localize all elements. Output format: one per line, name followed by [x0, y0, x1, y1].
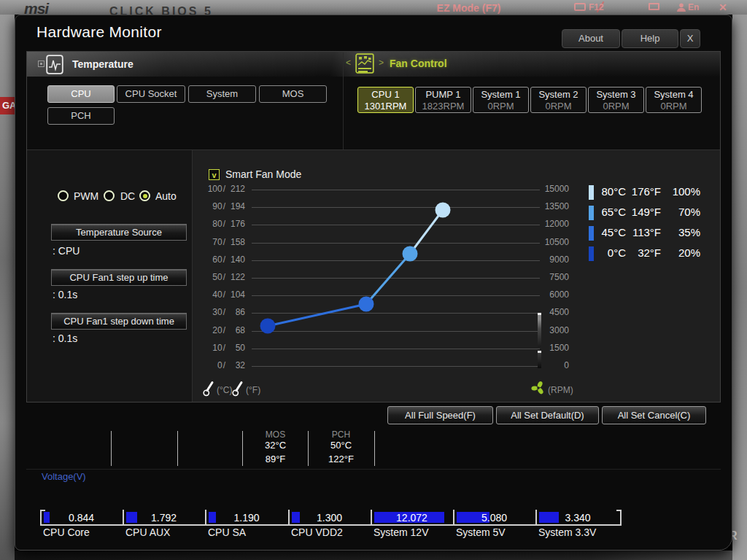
- bios-screen: msi CLICK BIOS 5 EZ Mode (F7) F12 En ✕ G…: [0, 0, 747, 560]
- temp-button-mos[interactable]: MOS: [259, 85, 327, 103]
- ez-mode-button[interactable]: EZ Mode (F7): [409, 2, 529, 14]
- rpm-axis-tick: 4500: [544, 307, 569, 317]
- fan-button-system1[interactable]: System 1 0RPM: [473, 87, 529, 113]
- chart-gridline: [252, 207, 540, 208]
- bios-close-icon[interactable]: ✕: [719, 1, 727, 13]
- setpoint-percent: 20%: [662, 246, 700, 259]
- language-label[interactable]: En: [688, 2, 699, 12]
- chart-gridline: [252, 260, 540, 261]
- voltage-label: CPU VDD2: [291, 526, 343, 538]
- fan-rpm-icon: [531, 381, 546, 395]
- screenshot-icon[interactable]: [574, 3, 586, 11]
- temp-axis-tick: 40/104: [196, 289, 245, 300]
- temp-axis-tick: 80/176: [196, 219, 245, 229]
- status-divider: [111, 431, 112, 466]
- step-up-time-button[interactable]: CPU Fan1 step up time: [51, 269, 187, 286]
- voltage-gauge-bracket-stub: [40, 510, 45, 511]
- step-down-time-button[interactable]: CPU Fan1 step down time: [51, 313, 187, 330]
- chart-gridline: [252, 225, 540, 225]
- fan-tab-prev-arrow[interactable]: <: [346, 58, 351, 68]
- fan-button-system4[interactable]: System 4 0RPM: [646, 87, 702, 113]
- fan-name: System 4: [646, 89, 701, 101]
- status-mos: MOS 32°C 89°F: [242, 429, 309, 464]
- chart-scrollbar-handle-upper[interactable]: [538, 313, 541, 347]
- status-divider: [374, 431, 375, 466]
- voltage-gauge-tick: [288, 510, 290, 524]
- temp-button-system[interactable]: System: [188, 85, 256, 103]
- status-mos-name: MOS: [242, 429, 309, 440]
- smart-fan-label: Smart Fan Mode: [225, 168, 301, 180]
- voltage-gauge-bracket-stub: [616, 510, 622, 511]
- radio-auto-label: Auto: [155, 190, 177, 202]
- monitor-icon[interactable]: [649, 3, 659, 10]
- temp-button-cpu-socket[interactable]: CPU Socket: [117, 85, 185, 103]
- setpoint-celsius: 80°C: [584, 185, 626, 198]
- radio-dc[interactable]: [104, 190, 115, 201]
- rpm-axis-tick: 10500: [544, 237, 569, 247]
- tab-fan-control[interactable]: Fan Control: [390, 58, 447, 69]
- temp-axis-tick: 20/68: [196, 325, 245, 335]
- fan-curve-point[interactable]: [436, 203, 451, 218]
- help-button[interactable]: Help: [622, 29, 678, 48]
- voltage-value: 0.844: [44, 512, 118, 524]
- fan-control-icon: [355, 53, 374, 74]
- temp-axis-tick: 50/122: [196, 272, 245, 282]
- temperature-source-button[interactable]: Temperature Source: [51, 224, 187, 241]
- rpm-axis-tick: 1500: [544, 343, 569, 353]
- temperature-chart-icon: [46, 55, 63, 74]
- temp-axis-tick: 0/32: [196, 360, 245, 370]
- fan-rpm: 0RPM: [531, 101, 586, 112]
- all-set-default-button[interactable]: All Set Default(D): [496, 406, 599, 424]
- radio-auto[interactable]: [139, 190, 150, 201]
- rpm-axis-tick: 7500: [544, 272, 569, 282]
- fan-button-pump1[interactable]: PUMP 1 1823RPM: [415, 87, 471, 113]
- fan-button-system2[interactable]: System 2 0RPM: [530, 87, 587, 113]
- setpoint-celsius: 45°C: [584, 226, 626, 238]
- rpm-unit-label: (RPM): [548, 385, 573, 395]
- fan-rpm: 1301RPM: [358, 101, 413, 112]
- radio-pwm[interactable]: [58, 190, 69, 201]
- temperature-source-value: : CPU: [53, 245, 80, 257]
- fan-button-system3[interactable]: System 3 0RPM: [588, 87, 644, 113]
- all-full-speed-button[interactable]: All Full Speed(F): [387, 406, 493, 424]
- tab-temperature[interactable]: Temperature: [72, 58, 133, 70]
- fan-tab-next-arrow[interactable]: >: [379, 58, 384, 68]
- fan-curve-point[interactable]: [403, 246, 418, 262]
- rpm-axis-tick: 6000: [544, 289, 569, 300]
- voltage-label: CPU AUX: [125, 526, 170, 538]
- chart-gridline: [252, 295, 540, 296]
- chart-gridline: [252, 278, 540, 279]
- temp-axis-tick: 60/140: [196, 254, 245, 265]
- temperature-expand-checkbox[interactable]: [38, 61, 44, 67]
- temp-button-cpu[interactable]: CPU: [47, 85, 115, 103]
- close-button[interactable]: X: [680, 29, 700, 48]
- status-pch-name: PCH: [308, 429, 374, 440]
- chart-gridline: [252, 243, 540, 244]
- voltage-label: CPU SA: [208, 526, 246, 538]
- fan-rpm: 0RPM: [646, 101, 701, 112]
- setpoint-celsius: 0°C: [584, 246, 626, 259]
- about-button[interactable]: About: [562, 29, 620, 48]
- status-mos-fahrenheit: 89°F: [242, 454, 309, 464]
- user-icon[interactable]: [676, 2, 686, 12]
- temp-button-pch[interactable]: PCH: [47, 107, 115, 125]
- celsius-unit-label: (°C): [217, 385, 232, 395]
- radio-dc-label: DC: [120, 190, 135, 202]
- voltage-gauge-tick: [535, 510, 537, 524]
- background-bottom-strip: [15, 551, 732, 560]
- step-up-time-value: : 0.1s: [53, 289, 77, 300]
- voltage-title: Voltage(V): [42, 471, 86, 482]
- all-set-cancel-button[interactable]: All Set Cancel(C): [602, 406, 706, 424]
- smart-fan-checkbox[interactable]: v: [209, 169, 220, 180]
- status-pch: PCH 50°C 122°F: [308, 429, 374, 464]
- setpoint-row: 45°C 113°F 35%: [581, 225, 712, 242]
- fan-curve-point[interactable]: [359, 297, 374, 312]
- voltage-value: 1.792: [127, 512, 201, 524]
- fan-curve-point[interactable]: [260, 319, 276, 334]
- fan-button-cpu1[interactable]: CPU 1 1301RPM: [357, 87, 414, 113]
- background-right-strip: [732, 15, 747, 560]
- chart-scrollbar-handle-lower[interactable]: [538, 351, 541, 368]
- setpoint-row: 80°C 176°F 100%: [581, 184, 712, 201]
- temp-axis-tick: 10/50: [196, 343, 245, 353]
- setpoint-percent: 70%: [662, 206, 700, 218]
